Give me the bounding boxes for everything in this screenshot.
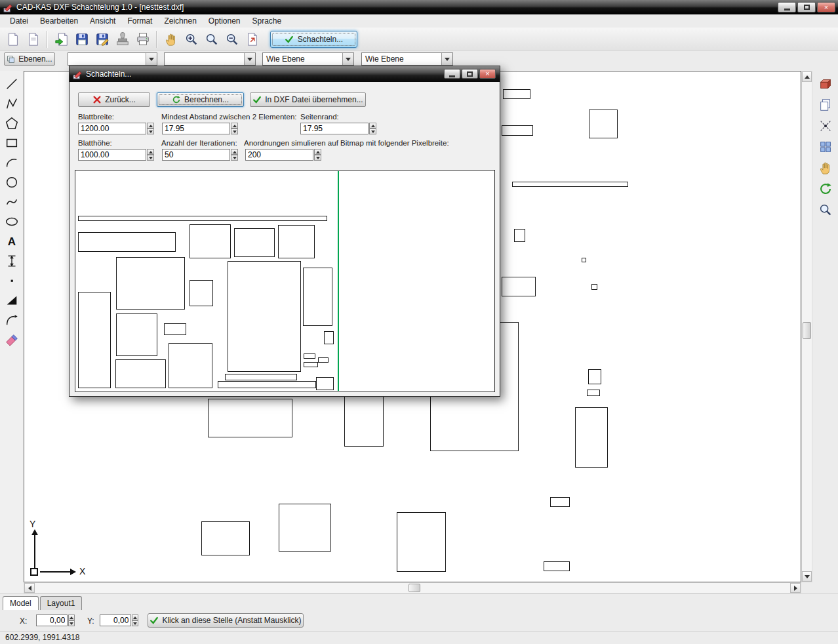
import-dxf-button[interactable] xyxy=(51,30,71,49)
pixelbreite-input[interactable] xyxy=(245,149,313,161)
red-cube-button[interactable] xyxy=(818,76,833,92)
menu-format[interactable]: Format xyxy=(121,15,158,27)
horizontal-scrollbar[interactable] xyxy=(24,582,801,594)
window-titlebar[interactable]: CAD-KAS DXF Schachtelung 1.0 - [nesttest… xyxy=(0,0,838,14)
dimension-tool-button[interactable] xyxy=(4,253,20,269)
stamp-button[interactable] xyxy=(112,30,132,49)
spin-up-button[interactable] xyxy=(231,149,238,155)
new-file-button[interactable] xyxy=(3,30,23,49)
rotate-view-button[interactable] xyxy=(818,181,833,197)
spin-up-button[interactable] xyxy=(369,123,376,129)
ellipse-tool-button[interactable] xyxy=(4,214,20,230)
preview-rect xyxy=(324,331,334,344)
layer-combo-2[interactable] xyxy=(164,52,256,66)
snap-cross-icon xyxy=(818,119,833,133)
solid-fill-tool-button[interactable] xyxy=(4,292,20,308)
zoom-out-button[interactable] xyxy=(222,30,242,49)
dialog-close-button[interactable]: × xyxy=(479,69,496,79)
spin-up-button[interactable] xyxy=(68,614,75,620)
copy-pages-button[interactable] xyxy=(818,97,833,113)
grid-button[interactable] xyxy=(818,139,833,155)
spin-down-button[interactable] xyxy=(231,129,238,134)
print-button[interactable] xyxy=(132,30,153,49)
pan-hand-button[interactable] xyxy=(161,30,181,49)
spin-down-button[interactable] xyxy=(147,129,154,134)
line-tool-button[interactable] xyxy=(4,76,20,92)
spin-up-button[interactable] xyxy=(314,149,321,155)
vertical-scrollbar[interactable] xyxy=(801,71,812,582)
maximize-button[interactable] xyxy=(797,2,816,12)
spin-up-button[interactable] xyxy=(147,149,154,155)
menu-zeichnen[interactable]: Zeichnen xyxy=(158,15,202,27)
zoom-fit-button[interactable] xyxy=(242,30,262,49)
scroll-down-button[interactable] xyxy=(802,571,812,582)
minimize-button[interactable] xyxy=(778,2,796,12)
pan-hand-button-2[interactable] xyxy=(818,160,833,176)
spin-down-button[interactable] xyxy=(369,129,376,134)
tab-model[interactable]: Model xyxy=(3,596,39,610)
seitenrand-input[interactable] xyxy=(300,123,369,134)
spin-down-button[interactable] xyxy=(147,155,154,161)
scroll-left-button[interactable] xyxy=(24,583,35,593)
vertical-scroll-thumb[interactable] xyxy=(803,322,811,339)
ebenen-button[interactable]: Ebenen... xyxy=(4,52,55,66)
horizontal-scroll-thumb[interactable] xyxy=(409,584,420,592)
y-coord-input[interactable] xyxy=(100,614,131,626)
zoom-window-icon xyxy=(205,32,219,47)
snap-button[interactable] xyxy=(818,118,833,134)
combo-dropdown-button[interactable] xyxy=(342,53,353,65)
menu-optionen[interactable]: Optionen xyxy=(203,15,247,27)
arc-tool-button[interactable] xyxy=(4,155,20,171)
schachteln-toolbar-button[interactable]: Schachteln... xyxy=(270,31,357,48)
klick-stelle-button[interactable]: Klick an diese Stelle (Anstatt Mausklick… xyxy=(148,613,304,628)
layer-combo-1[interactable] xyxy=(68,52,157,66)
spin-down-button[interactable] xyxy=(132,620,138,626)
menu-sprache[interactable]: Sprache xyxy=(247,15,288,27)
combo-dropdown-button[interactable] xyxy=(146,53,157,65)
blattbreite-input[interactable] xyxy=(78,123,146,134)
scroll-right-button[interactable] xyxy=(790,583,801,593)
menu-datei[interactable]: Datei xyxy=(4,15,34,27)
abstand-input[interactable] xyxy=(162,123,230,134)
spin-up-button[interactable] xyxy=(231,123,238,129)
uebernehmen-button[interactable]: In DXF Datei übernehmen... xyxy=(250,92,366,107)
spline-tool-button[interactable] xyxy=(4,194,20,210)
combo-dropdown-button[interactable] xyxy=(441,53,452,65)
menu-ansicht[interactable]: Ansicht xyxy=(84,15,121,27)
fillet-tool-button[interactable] xyxy=(4,312,20,328)
x-coord-input[interactable] xyxy=(36,614,68,626)
iterationen-input[interactable] xyxy=(162,149,230,161)
linetype-combo[interactable]: Wie Ebene xyxy=(361,52,453,66)
save-as-button[interactable] xyxy=(92,30,112,49)
spin-down-button[interactable] xyxy=(68,620,75,626)
rectangle-tool-button[interactable] xyxy=(4,135,20,151)
spin-down-button[interactable] xyxy=(314,155,321,161)
zoom-in-button[interactable] xyxy=(181,30,201,49)
dialog-maximize-button[interactable] xyxy=(462,69,478,79)
open-file-button[interactable] xyxy=(23,30,43,49)
polyline-tool-button[interactable] xyxy=(4,96,20,111)
close-button[interactable]: × xyxy=(817,2,835,12)
spin-up-button[interactable] xyxy=(132,614,138,620)
tab-layout1[interactable]: Layout1 xyxy=(40,596,83,610)
zoom-button-2[interactable] xyxy=(818,202,833,218)
dialog-minimize-button[interactable] xyxy=(444,69,460,79)
dialog-titlebar[interactable]: Schachteln... × xyxy=(70,66,500,82)
polygon-tool-button[interactable] xyxy=(4,115,20,131)
spin-up-button[interactable] xyxy=(147,123,154,129)
circle-tool-button[interactable] xyxy=(4,174,20,190)
eraser-tool-button[interactable] xyxy=(4,332,20,348)
spin-down-button[interactable] xyxy=(231,155,238,161)
point-tool-button[interactable] xyxy=(4,273,20,289)
menu-bearbeiten[interactable]: Bearbeiten xyxy=(34,15,84,27)
color-combo[interactable]: Wie Ebene xyxy=(262,52,354,66)
text-tool-button[interactable]: A xyxy=(4,233,20,249)
save-button[interactable] xyxy=(71,30,92,49)
blatthoehe-input[interactable] xyxy=(78,149,146,161)
berechnen-button[interactable]: Berechnen... xyxy=(157,92,244,107)
combo-dropdown-button[interactable] xyxy=(244,53,255,65)
scroll-up-button[interactable] xyxy=(802,71,812,82)
axis-y-label: Y xyxy=(30,519,35,529)
zurueck-button[interactable]: Zurück... xyxy=(78,92,150,107)
zoom-window-button[interactable] xyxy=(201,30,222,49)
